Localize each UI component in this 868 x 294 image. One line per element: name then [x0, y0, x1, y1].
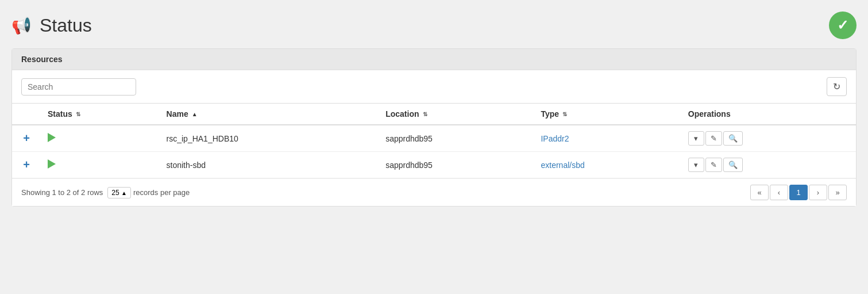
resources-title: Resources: [21, 55, 63, 64]
row2-type-cell: external/sbd: [534, 152, 681, 178]
sort-icon-location: ⇅: [423, 111, 427, 117]
title-area: 📢 Status: [11, 15, 92, 36]
page-header: 📢 Status ✓: [11, 12, 857, 39]
resources-panel: Resources ↻ Status ⇅ Name ▲: [11, 48, 857, 207]
table-row: + rsc_ip_HA1_HDB10 sapprdhdb95 IPaddr2: [12, 125, 856, 152]
edit-btn-row2[interactable]: ✎: [705, 158, 722, 172]
col-type[interactable]: Type ⇅: [534, 104, 681, 125]
row1-location-cell: sapprdhdb95: [379, 125, 534, 152]
pagination-controls: « ‹ 1 › »: [750, 185, 847, 200]
per-page-dropdown-btn[interactable]: 25 ▲: [107, 187, 131, 198]
status-ok-badge: ✓: [829, 12, 857, 39]
pagination-bar: Showing 1 to 2 of 2 rows 25 ▲ records pe…: [12, 178, 856, 206]
row1-name-cell: rsc_ip_HA1_HDB10: [160, 125, 379, 152]
edit-icon-row2: ✎: [711, 161, 717, 169]
search-btn-row1[interactable]: 🔍: [723, 131, 743, 146]
search-btn-row2[interactable]: 🔍: [723, 158, 743, 172]
per-page-select: 25 ▲ records per page: [107, 187, 190, 198]
page-title: Status: [40, 15, 92, 36]
add-icon-row1[interactable]: +: [23, 132, 30, 144]
table-row: + stonith-sbd sapprdhdb95 external/sbd: [12, 152, 856, 178]
sort-icon-name: ▲: [192, 111, 198, 117]
resources-table: Status ⇅ Name ▲ Location ⇅: [12, 104, 856, 178]
row2-ops-cell: ▾ ✎ 🔍: [681, 152, 856, 178]
row1-type-cell: IPaddr2: [534, 125, 681, 152]
table-header-row: Status ⇅ Name ▲ Location ⇅: [12, 104, 856, 125]
current-page-button[interactable]: 1: [789, 185, 808, 200]
edit-btn-row1[interactable]: ✎: [705, 131, 722, 146]
row2-location-cell: sapprdhdb95: [379, 152, 534, 178]
refresh-button[interactable]: ↻: [827, 77, 847, 96]
col-operations: Operations: [681, 104, 856, 125]
edit-icon-row1: ✎: [711, 134, 717, 143]
row2-name-cell: stonith-sbd: [160, 152, 379, 178]
megaphone-icon: 📢: [11, 16, 32, 35]
type-link-row1[interactable]: IPaddr2: [541, 134, 569, 143]
search-icon-row2: 🔍: [728, 161, 738, 169]
prev-page-button[interactable]: ‹: [770, 185, 788, 200]
checkmark-icon: ✓: [837, 17, 848, 33]
col-location[interactable]: Location ⇅: [379, 104, 534, 125]
running-icon-row2: [48, 159, 56, 169]
last-page-button[interactable]: »: [828, 185, 847, 200]
type-link-row2[interactable]: external/sbd: [541, 161, 584, 170]
pagination-info: Showing 1 to 2 of 2 rows 25 ▲ records pe…: [21, 187, 190, 198]
row1-expand-cell: +: [12, 125, 41, 152]
refresh-icon: ↻: [833, 82, 840, 91]
row2-status-cell: [41, 152, 160, 178]
row1-status-cell: [41, 125, 160, 152]
sort-icon-status: ⇅: [76, 111, 80, 117]
per-page-label: records per page: [133, 188, 190, 197]
dropdown-icon-row2: ▾: [694, 161, 698, 169]
row1-ops-cell: ▾ ✎ 🔍: [681, 125, 856, 152]
first-page-button[interactable]: «: [750, 185, 769, 200]
add-icon-row2[interactable]: +: [23, 158, 30, 171]
next-page-button[interactable]: ›: [809, 185, 827, 200]
row2-expand-cell: +: [12, 152, 41, 178]
resources-header: Resources: [12, 49, 856, 70]
dropdown-btn-row2[interactable]: ▾: [688, 158, 704, 172]
dropdown-icon-row1: ▾: [694, 134, 698, 143]
search-input[interactable]: [21, 78, 136, 96]
showing-text: Showing 1 to 2 of 2 rows: [21, 188, 103, 197]
resources-toolbar: ↻: [12, 70, 856, 104]
col-name[interactable]: Name ▲: [160, 104, 379, 125]
running-icon-row1: [48, 133, 56, 142]
search-icon-row1: 🔍: [728, 134, 738, 143]
dropdown-btn-row1[interactable]: ▾: [688, 131, 704, 146]
sort-icon-type: ⇅: [562, 111, 567, 117]
col-status[interactable]: Status ⇅: [41, 104, 160, 125]
col-expand: [12, 104, 41, 125]
chevron-down-icon: ▲: [121, 190, 127, 196]
